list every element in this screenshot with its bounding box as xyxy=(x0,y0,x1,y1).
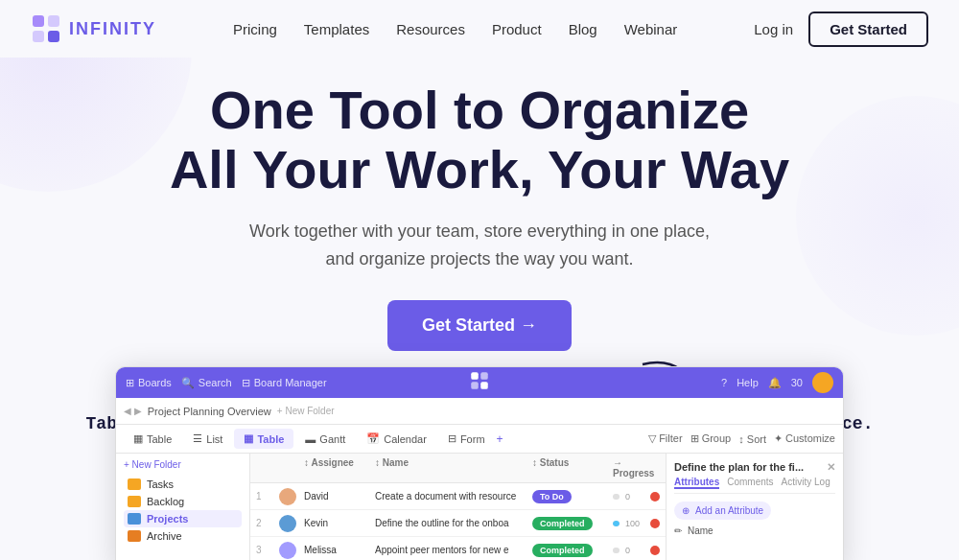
app-sub-toolbar: ◀ ▶ Project Planning Overview + New Fold… xyxy=(116,398,843,425)
sidebar-backlog[interactable]: Backlog xyxy=(124,493,242,510)
active-table-icon: ▦ xyxy=(244,432,253,445)
nav-templates[interactable]: Templates xyxy=(304,21,369,37)
main-table: ↕ Assignee ↕ Name ↕ Status → Progress 1 … xyxy=(250,454,666,560)
tab-activity[interactable]: Activity Log xyxy=(782,477,830,489)
col-header-name: ↕ Name xyxy=(375,457,528,478)
row-avatar-1 xyxy=(279,488,300,505)
toolbar-board-manager[interactable]: ⊟ Board Manager xyxy=(242,377,327,389)
sidebar-projects-label: Projects xyxy=(147,513,188,525)
notification-icon: 🔔 xyxy=(768,377,782,389)
logo: INFINITY xyxy=(31,13,156,44)
svg-rect-5 xyxy=(471,372,479,380)
new-folder-sidebar[interactable]: + New Folder xyxy=(124,459,242,470)
folder-icon-projects xyxy=(128,513,141,525)
list-icon: ☰ xyxy=(193,432,202,445)
group-btn[interactable]: ⊞ Group xyxy=(690,432,732,445)
sidebar-projects[interactable]: Projects xyxy=(124,510,242,527)
right-panel-title: Define the plan for the fi... ✕ xyxy=(674,461,835,473)
add-attribute-button[interactable]: ⊕ Add an Attribute xyxy=(674,502,771,520)
plus-icon: ⊕ xyxy=(682,505,690,516)
folder-icon-tasks xyxy=(128,478,141,490)
customize-btn[interactable]: ✦ Customize xyxy=(774,432,835,445)
sidebar-archive-label: Archive xyxy=(147,530,182,542)
app-body: + New Folder Tasks Backlog Projects Arch… xyxy=(116,454,843,560)
row-status-3: Completed xyxy=(532,545,609,555)
search-icon: 🔍 xyxy=(181,377,195,389)
add-view-btn[interactable]: + xyxy=(497,432,503,446)
progress-dot-2 xyxy=(650,519,660,528)
app-logo-center xyxy=(470,371,489,394)
tab-gantt[interactable]: ▬ Gantt xyxy=(295,430,355,449)
svg-rect-3 xyxy=(48,31,59,42)
tab-active[interactable]: ▦ Table xyxy=(234,429,293,449)
table-row: 2 Kevin Define the outline for the onboa… xyxy=(250,510,666,537)
user-avatar xyxy=(812,372,833,393)
row-avatar-2 xyxy=(279,515,300,532)
tab-comments[interactable]: Comments xyxy=(727,477,773,489)
boards-icon: ⊞ xyxy=(126,377,134,389)
table-row: 1 David Create a document with resource … xyxy=(250,483,666,510)
filter-btn[interactable]: ▽ Filter xyxy=(648,432,683,445)
tab-list[interactable]: ☰ List xyxy=(183,429,232,449)
row-num-2: 2 xyxy=(256,518,275,528)
svg-rect-8 xyxy=(480,382,488,389)
row-status-1: To Do xyxy=(532,491,609,502)
nav-resources[interactable]: Resources xyxy=(396,21,465,37)
col-header-num xyxy=(256,457,275,478)
row-assignee-2: Kevin xyxy=(304,518,371,528)
tab-form[interactable]: ⊟ Form xyxy=(438,429,495,449)
nav-pricing[interactable]: Pricing xyxy=(233,21,277,37)
tab-bar: ▦ Table ☰ List ▦ Table ▬ Gantt 📅 Calenda… xyxy=(116,425,843,454)
svg-rect-2 xyxy=(33,31,44,42)
col-header-avatar xyxy=(279,457,300,478)
nav-blog[interactable]: Blog xyxy=(569,21,597,37)
sidebar-backlog-label: Backlog xyxy=(147,496,184,507)
nav-arrow: ◀ ▶ xyxy=(124,406,142,416)
right-panel-tabs: Attributes Comments Activity Log xyxy=(674,477,835,494)
toolbar-boards[interactable]: ⊞ Boards xyxy=(126,377,172,389)
row-task-2: Define the outline for the onboa xyxy=(375,518,528,528)
logo-icon xyxy=(31,13,61,44)
col-header-progress: → Progress xyxy=(613,457,660,478)
row-avatar-3 xyxy=(279,542,300,559)
row-num-1: 1 xyxy=(256,491,275,502)
hero-cta-button[interactable]: Get Started → xyxy=(387,300,572,351)
progress-dot-3 xyxy=(650,546,660,555)
nav-right: Log in Get Started xyxy=(754,12,928,47)
breadcrumb-text: Project Planning Overview xyxy=(148,406,271,417)
help-icon: ? xyxy=(721,377,727,388)
toolbar-right: ? Help 🔔 30 xyxy=(721,372,833,393)
calendar-icon: 📅 xyxy=(366,432,380,445)
form-icon: ⊟ xyxy=(448,432,456,445)
name-field: ✏ Name xyxy=(674,525,835,536)
tab-attributes[interactable]: Attributes xyxy=(674,477,719,489)
row-task-1: Create a document with resource xyxy=(375,491,528,502)
row-task-3: Appoint peer mentors for new e xyxy=(375,545,528,555)
folder-icon-backlog xyxy=(128,496,141,507)
hero-title-line2: All Your Work, Your Way xyxy=(170,139,789,199)
hero-title: One Tool to Organize All Your Work, Your… xyxy=(19,81,940,198)
toolbar-search[interactable]: 🔍 Search xyxy=(181,377,232,389)
tab-actions: ▽ Filter ⊞ Group ↕ Sort ✦ Customize xyxy=(648,432,835,445)
sidebar-tasks-label: Tasks xyxy=(147,478,174,490)
sort-btn[interactable]: ↕ Sort xyxy=(738,433,766,445)
sidebar-archive[interactable]: Archive xyxy=(124,527,242,545)
folder-icon-archive xyxy=(128,530,141,542)
new-folder-btn[interactable]: + New Folder xyxy=(277,406,335,416)
gantt-icon: ▬ xyxy=(305,433,316,445)
nav-product[interactable]: Product xyxy=(492,21,542,37)
tab-table-icon[interactable]: ▦ Table xyxy=(124,429,181,449)
nav-get-started-button[interactable]: Get Started xyxy=(808,12,928,47)
app-screenshot: ⊞ Boards 🔍 Search ⊟ Board Manager ? Help… xyxy=(115,366,844,560)
tab-calendar[interactable]: 📅 Calendar xyxy=(357,429,436,449)
app-toolbar: ⊞ Boards 🔍 Search ⊟ Board Manager ? Help… xyxy=(116,367,843,398)
close-panel-btn[interactable]: ✕ xyxy=(827,461,835,474)
status-badge-completed-3: Completed xyxy=(532,544,593,557)
progress-dot-1 xyxy=(650,492,660,502)
grid-icon: ⊟ xyxy=(242,377,250,389)
nav-webinar[interactable]: Webinar xyxy=(624,21,678,37)
nav-login[interactable]: Log in xyxy=(754,21,793,37)
hero-section: One Tool to Organize All Your Work, Your… xyxy=(0,58,959,414)
col-header-assignee: ↕ Assignee xyxy=(304,457,371,478)
sidebar-tasks[interactable]: Tasks xyxy=(124,476,242,493)
